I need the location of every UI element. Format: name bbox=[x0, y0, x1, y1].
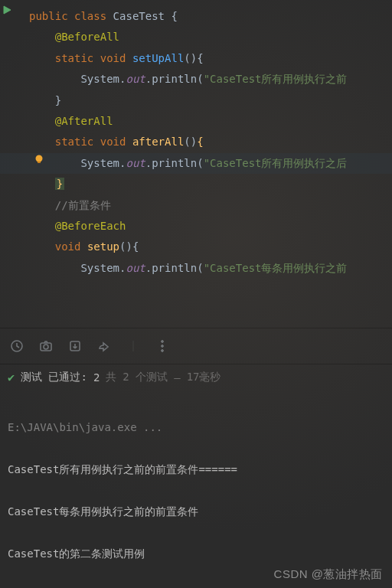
run-gutter-icon[interactable] bbox=[2, 5, 12, 15]
code-line[interactable]: static void afterAll(){ bbox=[0, 132, 392, 152]
status-passed: 2 bbox=[93, 371, 100, 384]
svg-point-2 bbox=[36, 155, 43, 162]
code-line[interactable]: @BeforeEach bbox=[0, 216, 392, 237]
intention-bulb-icon[interactable] bbox=[34, 154, 44, 165]
status-label: 测试 已通过: bbox=[21, 371, 87, 384]
gutter bbox=[0, 0, 21, 285]
toolbar-separator bbox=[126, 338, 141, 354]
svg-rect-3 bbox=[38, 162, 41, 163]
test-toolbar bbox=[0, 328, 392, 364]
code-line[interactable]: //前置条件 bbox=[0, 195, 392, 216]
watermark: CSDN @葱油拌热面 bbox=[274, 567, 383, 582]
test-status-bar: ✔ 测试 已通过: 2共 2 个测试 – 17毫秒 bbox=[0, 364, 392, 390]
export-icon[interactable] bbox=[96, 338, 112, 354]
more-icon[interactable] bbox=[155, 338, 170, 354]
code-line[interactable]: } bbox=[0, 174, 392, 194]
code-line[interactable]: System.out.println("CaseTest每条用例执行之前 bbox=[0, 258, 392, 279]
svg-point-10 bbox=[162, 345, 164, 348]
code-line[interactable]: System.out.println("CaseTest所有用例执行之前 bbox=[0, 69, 392, 90]
svg-marker-0 bbox=[4, 6, 11, 14]
console-line: E:\JAVA\bin\java.exe ... bbox=[8, 417, 384, 438]
console-line: CaseTest所有用例执行之前的前置条件====== bbox=[8, 459, 384, 480]
check-icon: ✔ bbox=[8, 371, 15, 384]
camera-icon[interactable] bbox=[38, 338, 54, 354]
code-line[interactable]: @AfterAll bbox=[0, 111, 392, 132]
code-line[interactable]: static void setUpAll(){ bbox=[0, 48, 392, 69]
history-icon[interactable] bbox=[9, 338, 24, 354]
import-icon[interactable] bbox=[67, 338, 83, 354]
console-line: CaseTest每条用例执行之前的前置条件 bbox=[8, 501, 384, 522]
svg-point-11 bbox=[162, 350, 164, 352]
svg-point-6 bbox=[44, 345, 48, 349]
code-line[interactable]: public class CaseTest { bbox=[0, 6, 392, 27]
svg-point-9 bbox=[162, 341, 164, 343]
status-time: 17毫秒 bbox=[187, 371, 221, 384]
code-line[interactable]: void setup(){ bbox=[0, 237, 392, 257]
code-editor[interactable]: public class CaseTest { @BeforeAll stati… bbox=[0, 0, 392, 285]
console-output[interactable]: E:\JAVA\bin\java.exe ... CaseTest所有用例执行之… bbox=[0, 390, 392, 588]
console-line: CaseTest每条用例执行之后的后置条件 bbox=[8, 586, 384, 588]
code-line[interactable]: } bbox=[0, 90, 392, 111]
code-line[interactable]: System.out.println("CaseTest所有用例执行之后 bbox=[0, 153, 392, 174]
console-line: CaseTest的第二条测试用例 bbox=[8, 544, 384, 564]
code-line[interactable]: @BeforeAll bbox=[0, 27, 392, 47]
